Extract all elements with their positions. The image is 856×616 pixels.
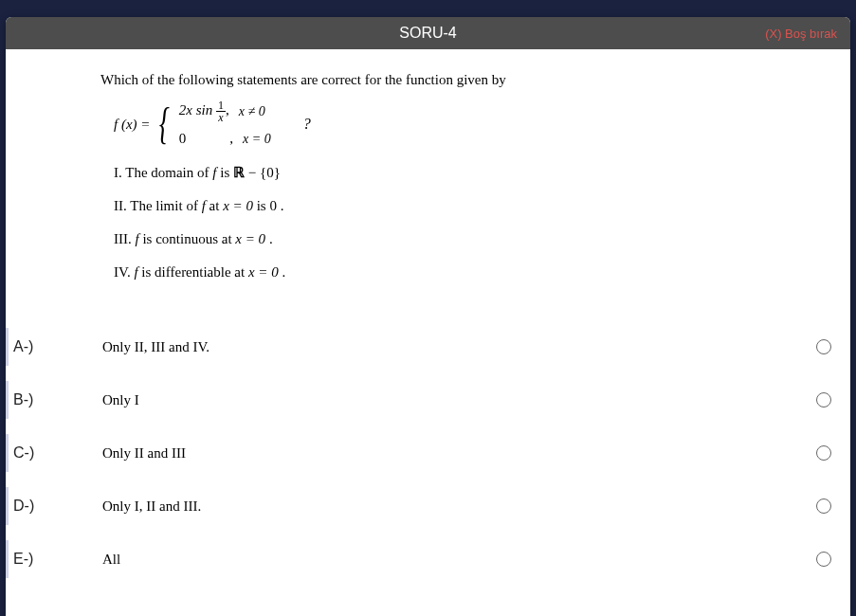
option-letter: B-) xyxy=(13,391,57,408)
case-2: 0 , x = 0 xyxy=(179,129,271,149)
option-radio[interactable] xyxy=(816,339,831,354)
option-text: Only II and III xyxy=(57,445,797,462)
case2-expr: 0 xyxy=(179,129,187,149)
stmt2-cond: x = 0 xyxy=(223,198,253,213)
question-prompt: Which of the following statements are co… xyxy=(100,70,812,90)
stmt2-mid: at xyxy=(206,198,223,213)
function-definition: f (x) = { 2x sin 1 x , x ≠ 0 xyxy=(114,100,812,149)
stmt2-pre: II. The limit of xyxy=(114,198,202,213)
question-body: Which of the following statements are co… xyxy=(100,70,812,282)
option-radio[interactable] xyxy=(816,552,831,567)
option-letter: D-) xyxy=(13,498,57,515)
option-text: Only II, III and IV. xyxy=(57,339,797,355)
option-d[interactable]: D-) Only I, II and III. xyxy=(6,480,850,533)
question-number: SORU-4 xyxy=(399,25,456,42)
stmt4-mid: is differentiable at xyxy=(138,264,248,280)
statement-4: IV. f is differentiable at x = 0 . xyxy=(114,263,812,282)
title-bar: SORU-4 (X) Boş bırak xyxy=(6,17,850,49)
option-b[interactable]: B-) Only I xyxy=(6,373,850,426)
stmt3-post: . xyxy=(265,231,273,246)
case2-cond: x = 0 xyxy=(243,130,271,149)
option-radio[interactable] xyxy=(816,445,831,461)
option-marker xyxy=(6,434,9,472)
piecewise-brace: { xyxy=(159,104,170,143)
stmt1-pre: I. The domain of xyxy=(114,165,212,180)
stmt3-mid: is continuous at xyxy=(139,231,236,246)
fx-label: f (x) = xyxy=(114,115,150,135)
stmt3-cond: x = 0 xyxy=(235,231,265,246)
stmt2-post: is 0 . xyxy=(253,198,284,213)
option-marker xyxy=(6,487,9,525)
option-c[interactable]: C-) Only II and III xyxy=(6,426,850,480)
option-letter: E-) xyxy=(13,551,57,568)
option-letter: C-) xyxy=(13,444,57,462)
case1-cond: x ≠ 0 xyxy=(239,102,265,121)
option-text: Only I, II and III. xyxy=(57,498,797,515)
option-marker xyxy=(6,540,9,578)
option-a[interactable]: A-) Only II, III and IV. xyxy=(6,320,850,373)
stmt4-pre: IV. xyxy=(114,264,134,280)
case-1: 2x sin 1 x , x ≠ 0 xyxy=(179,100,271,123)
option-letter: A-) xyxy=(13,338,57,355)
option-marker xyxy=(6,381,9,419)
question-frame: SORU-4 (X) Boş bırak Which of the follow… xyxy=(6,17,850,616)
leave-blank-button[interactable]: (X) Boş bırak xyxy=(765,17,837,49)
statement-3: III. f is continuous at x = 0 . xyxy=(114,229,812,249)
option-radio[interactable] xyxy=(816,392,831,408)
stmt1-post: − {0} xyxy=(245,165,281,180)
option-text: All xyxy=(57,552,797,568)
stmt4-cond: x = 0 xyxy=(248,264,279,280)
answer-options: A-) Only II, III and IV. B-) Only I C-) … xyxy=(6,320,850,586)
question-mark: ? xyxy=(303,114,311,135)
option-e[interactable]: E-) All xyxy=(6,533,850,586)
case1-frac-den: x xyxy=(216,112,225,123)
case1-fraction: 1 x xyxy=(216,100,226,123)
case1-expr-prefix: 2x sin xyxy=(179,102,212,118)
content-area: Which of the following statements are co… xyxy=(6,49,850,616)
stmt3-pre: III. xyxy=(114,231,136,246)
option-radio[interactable] xyxy=(816,498,831,514)
statements: I. The domain of f is ℝ − {0} II. The li… xyxy=(114,162,812,282)
stmt4-post: . xyxy=(279,264,286,280)
stmt1-R: ℝ xyxy=(233,164,245,180)
option-text: Only I xyxy=(57,392,797,408)
piecewise-cases: 2x sin 1 x , x ≠ 0 0 , x = 0 xyxy=(179,100,271,149)
stmt1-mid: is xyxy=(216,165,233,180)
statement-2: II. The limit of f at x = 0 is 0 . xyxy=(114,196,812,216)
option-marker xyxy=(6,328,9,366)
statement-1: I. The domain of f is ℝ − {0} xyxy=(114,162,812,183)
